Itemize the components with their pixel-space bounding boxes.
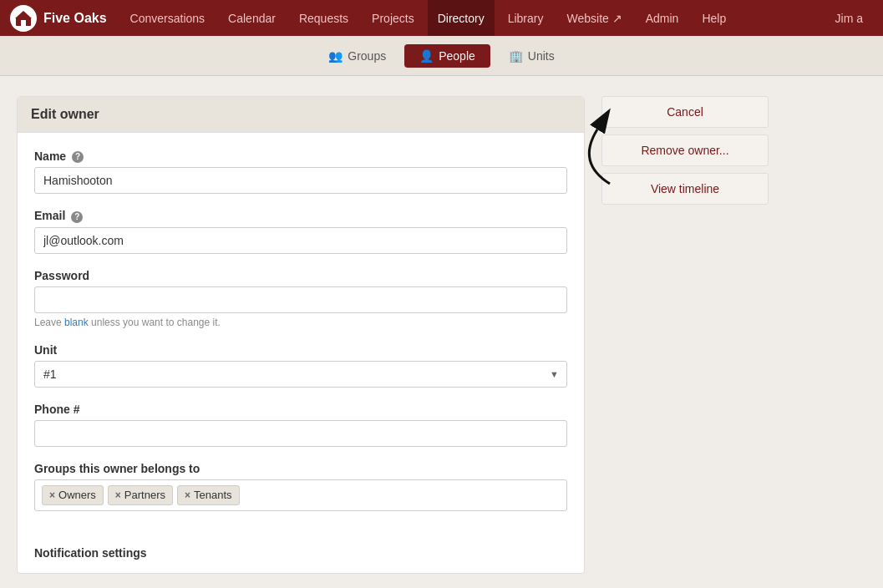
nav-admin[interactable]: Admin — [636, 0, 689, 36]
name-label: Name ? — [34, 150, 567, 163]
cancel-button[interactable]: Cancel — [601, 96, 769, 128]
svg-marker-1 — [15, 11, 32, 18]
app-name: Five Oaks — [43, 11, 107, 26]
groups-icon: 👥 — [328, 49, 343, 63]
password-label: Password — [34, 269, 567, 282]
nav-library[interactable]: Library — [498, 0, 554, 36]
sub-navigation: 👥 Groups 👤 People 🏢 Units — [0, 36, 883, 76]
people-icon: 👤 — [419, 49, 434, 63]
email-label: Email ? — [34, 209, 567, 222]
nav-help[interactable]: Help — [692, 0, 736, 36]
notification-label: Notification settings — [34, 543, 567, 560]
unit-label: Unit — [34, 343, 567, 357]
nav-user[interactable]: Jim a — [825, 0, 873, 36]
phone-input[interactable] — [34, 420, 567, 447]
tag-tenants-remove[interactable]: × — [185, 489, 190, 501]
tag-partners-label: Partners — [124, 489, 165, 501]
password-field-group: Password Leave blank unless you want to … — [34, 269, 567, 328]
tag-owners-label: Owners — [58, 489, 96, 501]
form-title: Edit owner — [18, 97, 584, 133]
top-navigation: Five Oaks Conversations Calendar Request… — [0, 0, 883, 36]
tag-partners: × Partners — [108, 485, 173, 505]
subnav-people[interactable]: 👤 People — [404, 44, 490, 68]
sidebar-actions: Cancel Remove owner... View timeline — [601, 96, 769, 574]
app-logo[interactable]: Five Oaks — [10, 5, 107, 32]
form-body: Name ? Email ? Password Leave blank unle… — [18, 133, 584, 543]
main-content: Edit owner Name ? Email ? Password — [0, 76, 883, 588]
name-input[interactable] — [34, 167, 567, 194]
name-help-icon[interactable]: ? — [72, 151, 84, 163]
tag-tenants-label: Tenants — [194, 489, 232, 501]
tag-owners: × Owners — [42, 485, 104, 505]
groups-label: Groups this owner belongs to — [34, 462, 567, 475]
email-field-group: Email ? — [34, 209, 567, 253]
nav-directory[interactable]: Directory — [428, 0, 495, 36]
phone-label: Phone # — [34, 403, 567, 416]
subnav-units[interactable]: 🏢 Units — [494, 44, 570, 68]
tag-owners-remove[interactable]: × — [49, 489, 55, 501]
tag-tenants: × Tenants — [177, 485, 240, 505]
groups-tags-container: × Owners × Partners × Tenants — [34, 479, 567, 511]
unit-select[interactable]: #1 #2 #3 #4 — [34, 361, 567, 388]
view-timeline-button[interactable]: View timeline — [601, 173, 769, 205]
nav-website[interactable]: Website ↗ — [556, 0, 632, 36]
edit-owner-card: Edit owner Name ? Email ? Password — [17, 96, 585, 574]
phone-field-group: Phone # — [34, 403, 567, 447]
unit-field-group: Unit #1 #2 #3 #4 — [34, 343, 567, 388]
svg-rect-2 — [21, 20, 26, 26]
units-icon: 🏢 — [509, 49, 523, 63]
nav-projects[interactable]: Projects — [362, 0, 424, 36]
password-hint: Leave blank unless you want to change it… — [34, 317, 567, 328]
nav-conversations[interactable]: Conversations — [120, 0, 216, 36]
remove-owner-button[interactable]: Remove owner... — [601, 134, 769, 166]
tag-partners-remove[interactable]: × — [115, 489, 121, 501]
logo-icon — [10, 5, 37, 32]
nav-requests[interactable]: Requests — [289, 0, 358, 36]
password-input[interactable] — [34, 286, 567, 313]
nav-calendar[interactable]: Calendar — [218, 0, 286, 36]
unit-select-wrap: #1 #2 #3 #4 — [34, 361, 567, 388]
subnav-groups[interactable]: 👥 Groups — [313, 44, 401, 68]
groups-field-group: Groups this owner belongs to × Owners × … — [34, 462, 567, 511]
email-help-icon[interactable]: ? — [71, 211, 83, 223]
email-input[interactable] — [34, 227, 567, 254]
notification-section: Notification settings — [18, 543, 584, 573]
name-field-group: Name ? — [34, 150, 567, 194]
